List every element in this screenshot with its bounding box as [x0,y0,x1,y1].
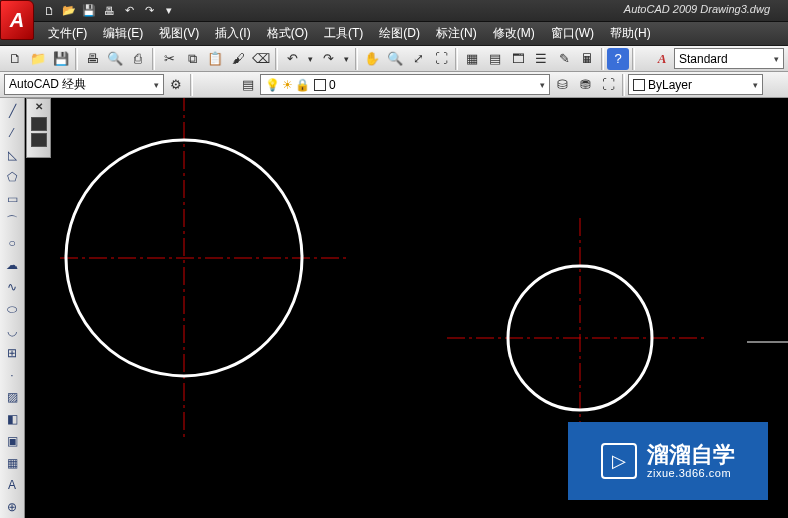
qat-print-icon[interactable]: 🖶 [100,2,118,20]
color-combo[interactable]: ByLayer ▾ [628,74,763,95]
menu-insert[interactable]: 插入(I) [207,22,258,45]
text-style-icon[interactable]: A [651,48,673,70]
ellipse-arc-icon[interactable]: ◡ [2,321,22,341]
paste-icon[interactable]: 📋 [204,48,226,70]
palette-tile-icon[interactable] [31,133,47,147]
menu-modify[interactable]: 修改(M) [485,22,543,45]
menu-draw[interactable]: 绘图(D) [371,22,428,45]
menu-view[interactable]: 视图(V) [151,22,207,45]
qat-open-icon[interactable]: 📂 [60,2,78,20]
pan-icon[interactable]: ✋ [361,48,383,70]
undo-icon[interactable]: ↶ [281,48,303,70]
workspace-combo[interactable]: AutoCAD 经典 ▾ [4,74,164,95]
copy-icon[interactable]: ⧉ [181,48,203,70]
undo-dropdown-icon[interactable]: ▾ [304,48,316,70]
separator [152,48,155,70]
play-icon: ▷ [601,443,637,479]
layer-combo[interactable]: 💡 ☀ 🔒 0 ▾ [260,74,550,95]
chevron-down-icon: ▾ [753,80,758,90]
menu-format[interactable]: 格式(O) [259,22,316,45]
menu-edit[interactable]: 编辑(E) [95,22,151,45]
layer-state-icon[interactable]: ▤ [237,74,259,96]
construction-line-icon[interactable]: ⁄ [2,123,22,143]
print-icon[interactable]: 🖶 [81,48,103,70]
chevron-down-icon: ▾ [540,80,545,90]
qat-redo-icon[interactable]: ↷ [140,2,158,20]
menu-tools[interactable]: 工具(T) [316,22,371,45]
cut-icon[interactable]: ✂ [158,48,180,70]
qat-new-icon[interactable]: 🗋 [40,2,58,20]
sun-icon: ☀ [282,78,293,92]
table-icon[interactable]: ▦ [2,453,22,473]
matchprop-icon[interactable]: 🖌 [227,48,249,70]
menu-help[interactable]: 帮助(H) [602,22,659,45]
spline-icon[interactable]: ∿ [2,277,22,297]
sheet-set-icon[interactable]: ☰ [530,48,552,70]
properties-icon[interactable]: ▦ [461,48,483,70]
circle-icon[interactable]: ○ [2,233,22,253]
qat-save-icon[interactable]: 💾 [80,2,98,20]
drawing-canvas[interactable]: ▷ 溜溜自学 zixue.3d66.com [52,98,788,518]
hatch-icon[interactable]: ▨ [2,387,22,407]
line-icon[interactable]: ╱ [2,101,22,121]
zoom-window-icon[interactable]: ⤢ [407,48,429,70]
zoom-extent-icon[interactable]: ⛶ [430,48,452,70]
gradient-icon[interactable]: ◧ [2,409,22,429]
qat-more-icon[interactable]: ▾ [160,2,178,20]
menu-window[interactable]: 窗口(W) [543,22,602,45]
separator [632,48,635,70]
new-icon[interactable]: 🗋 [4,48,26,70]
text-style-combo[interactable]: Standard ▾ [674,48,784,69]
polyline-icon[interactable]: ◺ [2,145,22,165]
close-icon[interactable]: ✕ [35,101,43,115]
layer-states-icon[interactable]: ⛶ [597,74,619,96]
text-style-value: Standard [679,52,728,66]
publish-icon[interactable]: ⎙ [127,48,149,70]
watermark: ▷ 溜溜自学 zixue.3d66.com [568,422,768,500]
palette-tile-icon[interactable] [31,117,47,131]
tool-palettes-icon[interactable]: 🗔 [507,48,529,70]
redo-dropdown-icon[interactable]: ▾ [340,48,352,70]
preview-icon[interactable]: 🔍 [104,48,126,70]
open-icon[interactable]: 📁 [27,48,49,70]
rectangle-icon[interactable]: ▭ [2,189,22,209]
revcloud-icon[interactable]: ☁ [2,255,22,275]
separator [622,74,625,96]
qat-undo-icon[interactable]: ↶ [120,2,138,20]
layer-previous-icon[interactable]: ⛃ [574,74,596,96]
layer-name: 0 [329,78,336,92]
palette-panel: ✕ [26,98,51,158]
bulb-icon: 💡 [265,78,280,92]
region-icon[interactable]: ▣ [2,431,22,451]
zoom-realtime-icon[interactable]: 🔍 [384,48,406,70]
design-center-icon[interactable]: ▤ [484,48,506,70]
markup-icon[interactable]: ✎ [553,48,575,70]
app-logo[interactable]: A [0,0,34,40]
polygon-icon[interactable]: ⬠ [2,167,22,187]
color-swatch [633,79,645,91]
ellipse-icon[interactable]: ⬭ [2,299,22,319]
help-icon[interactable]: ? [607,48,629,70]
redo-icon[interactable]: ↷ [317,48,339,70]
standard-toolbar: 🗋 📁 💾 🖶 🔍 ⎙ ✂ ⧉ 📋 🖌 ⌫ ↶ ▾ ↷ ▾ ✋ 🔍 ⤢ ⛶ ▦ … [0,46,788,72]
separator [75,48,78,70]
menu-file[interactable]: 文件(F) [40,22,95,45]
arc-icon[interactable]: ⌒ [2,211,22,231]
separator [275,48,278,70]
save-icon[interactable]: 💾 [50,48,72,70]
workspace-settings-icon[interactable]: ⚙ [165,74,187,96]
color-value: ByLayer [648,78,692,92]
menu-bar: 文件(F) 编辑(E) 视图(V) 插入(I) 格式(O) 工具(T) 绘图(D… [0,22,788,46]
workspace-value: AutoCAD 经典 [9,76,86,93]
layer-manager-icon[interactable]: ⛁ [551,74,573,96]
menu-dimension[interactable]: 标注(N) [428,22,485,45]
insert-block-icon[interactable]: ⊞ [2,343,22,363]
chevron-down-icon: ▾ [154,80,159,90]
add-icon[interactable]: ⊕ [2,497,22,517]
quickcalc-icon[interactable]: 🖩 [576,48,598,70]
draw-toolbar: ╱ ⁄ ◺ ⬠ ▭ ⌒ ○ ☁ ∿ ⬭ ◡ ⊞ · ▨ ◧ ▣ ▦ A ⊕ [0,98,25,518]
point-icon[interactable]: · [2,365,22,385]
mtext-icon[interactable]: A [2,475,22,495]
separator [601,48,604,70]
eraser-icon[interactable]: ⌫ [250,48,272,70]
